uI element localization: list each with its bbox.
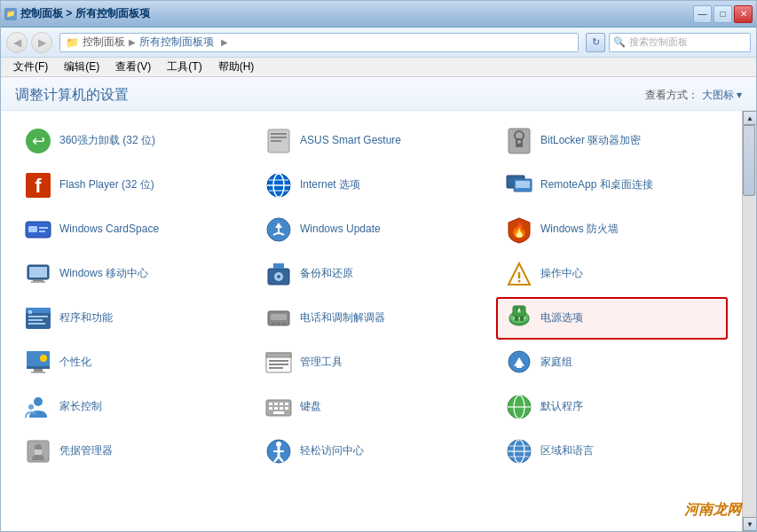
icon-item-flash-player[interactable]: fFlash Player (32 位) <box>15 164 247 207</box>
icon-item-backup[interactable]: 备份和还原 <box>256 253 487 295</box>
scrollbar-down-button[interactable]: ▼ <box>743 517 756 531</box>
icon-item-credentials[interactable]: 凭据管理器 <box>15 430 247 473</box>
icon-item-parental[interactable]: 家长控制 <box>15 386 247 428</box>
icon-label-action-center: 操作中心 <box>540 267 583 281</box>
icon-item-bitlocker[interactable]: BitLocker 驱动器加密 <box>496 120 728 162</box>
breadcrumb-current: 所有控制面板项 <box>139 35 214 50</box>
scrollbar-thumb[interactable] <box>743 125 755 196</box>
icon-img-admin-tools <box>264 348 293 377</box>
icons-area: ↩360强力卸载 (32 位)ASUS Smart GestureBitLock… <box>1 111 756 531</box>
icon-label-region-lang: 区域和语言 <box>540 444 594 458</box>
icon-item-region-lang[interactable]: 区域和语言 <box>496 430 728 473</box>
icon-label-parental: 家长控制 <box>59 400 102 414</box>
icon-item-360uninstall[interactable]: ↩360强力卸载 (32 位) <box>15 120 247 162</box>
menu-bar: 文件(F) 编辑(E) 查看(V) 工具(T) 帮助(H) <box>1 58 756 77</box>
icon-label-cardspace: Windows CardSpace <box>59 223 159 237</box>
svg-rect-77 <box>285 407 288 410</box>
window-icon: 📁 <box>4 8 17 20</box>
menu-file[interactable]: 文件(F) <box>6 58 55 76</box>
breadcrumb-text: 控制面板 <box>83 35 125 50</box>
icon-item-mobility[interactable]: Windows 移动中心 <box>15 253 247 295</box>
scrollbar-up-button[interactable]: ▲ <box>743 111 756 125</box>
svg-point-9 <box>517 140 521 144</box>
icon-item-personalize[interactable]: 个性化 <box>15 341 247 384</box>
icon-img-homegroup <box>505 348 533 377</box>
icon-img-personalize <box>24 348 52 377</box>
menu-edit[interactable]: 编辑(E) <box>57 58 106 76</box>
search-icon: 🔍 <box>613 36 626 48</box>
search-bar[interactable]: 🔍 搜索控制面板 <box>609 33 751 52</box>
svg-text:f: f <box>35 175 42 197</box>
icon-item-internet-options[interactable]: Internet 选项 <box>256 164 487 207</box>
icon-img-region-lang <box>505 437 533 466</box>
icon-img-programs <box>24 304 52 332</box>
page-title: 调整计算机的设置 <box>15 86 129 105</box>
icon-img-windows-update <box>264 215 293 244</box>
icon-img-flash-player: f <box>24 171 52 200</box>
icon-img-credentials <box>24 437 52 466</box>
menu-view[interactable]: 查看(V) <box>108 58 158 76</box>
svg-point-44 <box>272 323 274 325</box>
title-bar-left: 📁 控制面板 > 所有控制面板项 <box>4 6 693 21</box>
icon-label-credentials: 凭据管理器 <box>59 444 113 458</box>
icon-label-phone-modem: 电话和调制解调器 <box>300 311 385 325</box>
svg-rect-39 <box>28 316 48 317</box>
svg-point-68 <box>28 404 34 410</box>
icon-item-cardspace[interactable]: Windows CardSpace <box>15 208 247 251</box>
svg-rect-75 <box>274 407 278 410</box>
refresh-button[interactable]: ↻ <box>586 33 605 52</box>
maximize-button[interactable]: □ <box>714 5 732 23</box>
icons-grid: ↩360强力卸载 (32 位)ASUS Smart GestureBitLock… <box>15 120 728 473</box>
view-label: 查看方式： <box>645 88 698 103</box>
icon-item-ease-access[interactable]: 轻松访问中心 <box>256 430 487 473</box>
scrollbar[interactable]: ▲ ▼ <box>742 111 756 531</box>
svg-rect-61 <box>266 353 291 357</box>
icon-item-power[interactable]: 电源选项 <box>496 297 728 340</box>
icon-item-phone-modem[interactable]: 电话和调制解调器 <box>256 297 487 340</box>
icon-img-default-programs <box>505 393 533 421</box>
svg-rect-38 <box>28 310 32 314</box>
breadcrumb: 📁 控制面板 ▶ 所有控制面板项 ▶ <box>59 33 579 52</box>
icon-item-firewall[interactable]: 🔥Windows 防火墙 <box>496 208 728 251</box>
title-bar: 📁 控制面板 > 所有控制面板项 — □ ✕ <box>1 1 756 27</box>
icon-img-cardspace <box>24 215 52 244</box>
icon-item-programs[interactable]: 程序和功能 <box>15 297 247 340</box>
svg-rect-28 <box>33 279 43 281</box>
icon-img-ease-access <box>264 437 293 466</box>
minimize-button[interactable]: — <box>693 5 712 23</box>
svg-point-54 <box>518 309 521 312</box>
icon-label-360uninstall: 360强力卸载 (32 位) <box>59 134 155 148</box>
icon-label-power: 电源选项 <box>540 311 583 325</box>
icon-img-mobility <box>24 260 52 288</box>
svg-rect-62 <box>269 360 288 362</box>
svg-rect-70 <box>269 403 272 405</box>
svg-rect-41 <box>28 323 45 325</box>
view-value-button[interactable]: 大图标 ▾ <box>702 88 742 103</box>
close-button[interactable]: ✕ <box>734 5 753 23</box>
menu-tools[interactable]: 工具(T) <box>160 58 209 76</box>
icon-item-action-center[interactable]: 操作中心 <box>496 253 728 295</box>
forward-button[interactable]: ▶ <box>31 32 52 53</box>
svg-rect-74 <box>269 407 272 410</box>
svg-point-45 <box>278 323 280 325</box>
scrollbar-track[interactable] <box>743 125 756 517</box>
icon-item-default-programs[interactable]: 默认程序 <box>496 386 728 428</box>
svg-text:↩: ↩ <box>32 132 45 150</box>
icon-item-remoteapp[interactable]: RemoteApp 和桌面连接 <box>496 164 728 207</box>
back-button[interactable]: ◀ <box>6 32 28 53</box>
menu-help[interactable]: 帮助(H) <box>211 58 262 76</box>
icon-img-power <box>505 304 533 332</box>
icon-label-programs: 程序和功能 <box>59 311 113 325</box>
icon-item-admin-tools[interactable]: 管理工具 <box>256 341 487 384</box>
svg-rect-43 <box>271 314 287 320</box>
icon-item-homegroup[interactable]: 家庭组 <box>496 341 728 384</box>
svg-rect-23 <box>39 231 45 232</box>
icon-label-mobility: Windows 移动中心 <box>59 267 148 281</box>
svg-rect-78 <box>273 411 284 414</box>
svg-rect-27 <box>29 267 47 278</box>
icon-item-keyboard[interactable]: 键盘 <box>256 386 487 428</box>
icon-item-asus-gesture[interactable]: ASUS Smart Gesture <box>256 120 487 162</box>
icon-img-remoteapp <box>505 171 533 200</box>
svg-rect-56 <box>27 366 50 369</box>
icon-item-windows-update[interactable]: Windows Update <box>256 208 487 251</box>
